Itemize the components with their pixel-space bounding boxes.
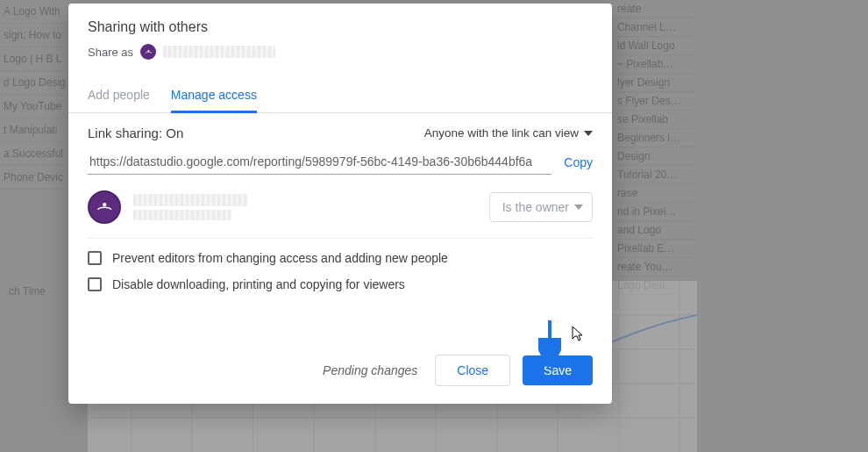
tab-add-people[interactable]: Add people [88,81,150,112]
close-button[interactable]: Close [435,355,510,386]
owner-avatar-icon [88,190,121,224]
permission-label: Anyone with the link can view [424,126,579,140]
dialog-title: Sharing with others [88,19,593,35]
checkbox-prevent-editors[interactable]: Prevent editors from changing access and… [88,251,593,265]
caret-down-icon [584,131,593,136]
checkbox-prevent-label: Prevent editors from changing access and… [112,251,448,265]
svg-point-17 [103,203,106,206]
share-as-label: Share as [88,46,133,59]
avatar-icon [140,44,156,60]
link-sharing-label: Link sharing: On [88,126,183,140]
owner-identity-redacted [133,194,247,220]
checkbox-icon [88,277,102,291]
copy-link-button[interactable]: Copy [564,155,593,169]
caret-down-icon [574,204,583,210]
owner-role-label: Is the owner [502,200,569,214]
tabs: Add people Manage access [68,81,612,113]
checkbox-disable-download[interactable]: Disable downloading, printing and copyin… [88,277,593,291]
share-as-identity-redacted [163,46,275,58]
pending-changes-label: Pending changes [323,363,417,377]
owner-role-dropdown[interactable]: Is the owner [489,192,593,222]
share-url-input[interactable] [88,149,551,175]
share-as-row: Share as [88,44,593,60]
svg-point-15 [147,50,149,52]
tab-manage-access[interactable]: Manage access [171,81,257,113]
save-button[interactable]: Save [523,355,593,385]
checkbox-disable-label: Disable downloading, printing and copyin… [112,277,405,291]
checkbox-icon [88,251,102,265]
permission-dropdown[interactable]: Anyone with the link can view [424,126,593,140]
owner-row: Is the owner [88,190,593,239]
sharing-dialog: Sharing with others Share as Add people … [68,4,612,404]
